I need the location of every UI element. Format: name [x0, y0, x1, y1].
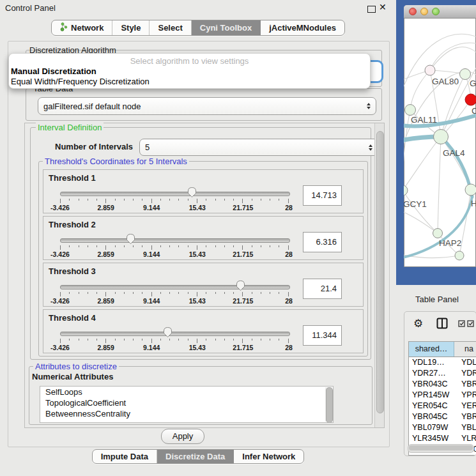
tab-infer-network[interactable]: Infer Network — [234, 450, 303, 463]
threshold-value-box[interactable]: 6.316 — [303, 232, 342, 252]
threshold-value-box[interactable]: 21.4 — [303, 279, 342, 299]
network-edge[interactable] — [410, 70, 430, 110]
slider-thumb[interactable] — [163, 326, 173, 338]
slider-tick-labels: -3.4262.8599.14415.4321.71528 — [60, 204, 289, 211]
scrollbar-thumb[interactable] — [376, 131, 384, 413]
number-of-intervals-combobox[interactable]: 5 — [139, 139, 378, 156]
threshold-slider[interactable]: -3.4262.8599.14415.4321.71528 — [60, 325, 289, 351]
table-data-combobox[interactable]: galFiltered.sif default node — [38, 97, 376, 115]
network-window-titlebar[interactable] — [404, 5, 476, 19]
slider-track[interactable] — [60, 192, 290, 196]
apply-button[interactable]: Apply — [161, 429, 204, 444]
table-header[interactable]: shared… na — [409, 342, 476, 357]
column-header-name[interactable]: na — [454, 342, 476, 357]
scrollbar-thumb[interactable] — [409, 445, 473, 450]
threshold-value-box[interactable]: 14.713 — [303, 185, 342, 206]
interval-definition-group: Interval Definition Number of Intervals … — [30, 127, 371, 360]
tab-network[interactable]: Network — [52, 20, 112, 35]
algorithm-option-manual[interactable]: Manual Discretization — [11, 66, 96, 76]
table-toolbar: ⚙ — [404, 312, 476, 340]
slider-thumb[interactable] — [187, 187, 197, 198]
threshold-slider[interactable]: -3.4262.8599.14415.4321.71528 — [60, 185, 289, 211]
network-edge[interactable] — [430, 43, 476, 70]
threshold-value-box[interactable]: 11.344 — [303, 325, 342, 346]
table-row[interactable]: YBL079WYBL0 — [409, 422, 476, 433]
network-node[interactable] — [460, 69, 471, 80]
thresholds-group: Threshold's Coordinates for 5 Intervals … — [38, 161, 368, 357]
threshold-slider[interactable]: -3.4262.8599.14415.4321.71528 — [60, 232, 289, 257]
table-row[interactable]: YLR345WYLR3 — [409, 433, 476, 444]
columns-icon[interactable] — [436, 318, 448, 331]
attributes-group-title: Attributes to discretize — [33, 362, 119, 371]
table-row[interactable]: YDR27…YDR2 — [409, 368, 476, 379]
tab-label: Infer Network — [242, 452, 295, 461]
tab-style[interactable]: Style — [112, 20, 150, 35]
node-table[interactable]: shared… na YDL19…YDL1YDR27…YDR2YBR043CYB… — [408, 341, 476, 456]
slider-track[interactable] — [60, 332, 290, 336]
slider-track[interactable] — [60, 285, 290, 289]
column-header-shared-name[interactable]: shared… — [409, 342, 454, 357]
attribute-item[interactable]: TopologicalCoefficient — [40, 397, 333, 408]
threshold-label: Threshold 1 — [49, 173, 96, 183]
tick-label: -3.426 — [50, 204, 70, 211]
threshold-label: Threshold 3 — [49, 266, 96, 276]
network-edge[interactable] — [441, 137, 471, 190]
thresholds-group-title: Threshold's Coordinates for 5 Intervals — [43, 157, 189, 166]
table-row[interactable]: YER054CYER0 — [409, 401, 476, 411]
vertical-scrollbar[interactable] — [374, 123, 384, 427]
network-edge[interactable] — [404, 211, 438, 233]
network-node[interactable] — [425, 65, 435, 75]
network-node[interactable] — [405, 105, 416, 116]
close-traffic-light[interactable] — [409, 8, 417, 15]
network-edge[interactable] — [404, 137, 441, 190]
slider-thumb[interactable] — [236, 280, 245, 291]
table-row[interactable]: YBR045CYBR0 — [409, 411, 476, 422]
network-node[interactable] — [434, 130, 449, 144]
algorithm-option-equal-width[interactable]: Equal Width/Frequency Discretization — [11, 77, 150, 86]
slider-ticks — [60, 199, 289, 203]
network-node[interactable] — [465, 94, 476, 105]
minimize-traffic-light[interactable] — [420, 8, 428, 15]
network-node-label: GAL4 — [443, 148, 465, 158]
stepper-icon — [367, 103, 371, 109]
close-icon[interactable]: ✕ — [379, 2, 387, 12]
float-icon[interactable] — [367, 6, 376, 13]
tab-label: Cyni Toolbox — [200, 23, 252, 33]
network-edge[interactable] — [438, 137, 441, 233]
network-window-frame: GAL80GACGAL11GAL4GCY1HHAP2 — [396, 0, 476, 285]
stepper-icon — [369, 144, 372, 151]
network-node[interactable] — [433, 229, 443, 238]
attribute-item[interactable]: SelfLoops — [40, 387, 333, 397]
tick-label: -3.426 — [50, 250, 70, 258]
network-node[interactable] — [404, 185, 408, 196]
network-node[interactable] — [455, 251, 464, 260]
tab-label: Style — [121, 23, 141, 33]
network-edge[interactable] — [404, 110, 410, 190]
table-row[interactable]: YPR145WYPR1 — [409, 390, 476, 401]
network-node[interactable] — [465, 184, 476, 196]
gear-icon[interactable]: ⚙ — [413, 317, 423, 330]
attributes-scrollbar[interactable] — [325, 387, 332, 422]
slider-thumb[interactable] — [126, 233, 135, 245]
slider-ticks — [60, 245, 289, 250]
attribute-item[interactable]: BetweennessCentrality — [40, 408, 333, 419]
network-edge[interactable] — [404, 190, 438, 233]
table-row[interactable]: YDL19…YDL1 — [409, 357, 476, 368]
threshold-panel: Threshold 3 -3.4262.8599.14415.4321.7152… — [43, 263, 364, 307]
numerical-attributes-list[interactable]: SelfLoopsTopologicalCoefficientBetweenne… — [40, 386, 334, 423]
tab-cyni-toolbox[interactable]: Cyni Toolbox — [192, 20, 261, 35]
bottom-tabbar: Impute Data Discretize Data Infer Networ… — [0, 449, 396, 464]
tab-discretize-data[interactable]: Discretize Data — [157, 450, 234, 463]
slider-track[interactable] — [60, 238, 290, 243]
zoom-traffic-light[interactable] — [432, 8, 440, 15]
table-row[interactable]: YBR043CYBR0 — [409, 379, 476, 390]
network-canvas[interactable]: GAL80GACGAL11GAL4GCY1HHAP2 — [404, 19, 476, 267]
horizontal-scrollbar[interactable] — [408, 444, 474, 453]
tab-impute-data[interactable]: Impute Data — [93, 450, 157, 463]
tab-jactivemnodules[interactable]: jActiveMNodules — [261, 20, 344, 35]
algorithm-placeholder: Select algorithm to view settings — [9, 56, 370, 66]
tab-select[interactable]: Select — [150, 20, 191, 35]
checkbox-icons[interactable] — [458, 320, 474, 327]
tab-label: jActiveMNodules — [269, 23, 336, 33]
threshold-slider[interactable]: -3.4262.8599.14415.4321.71528 — [60, 279, 289, 304]
